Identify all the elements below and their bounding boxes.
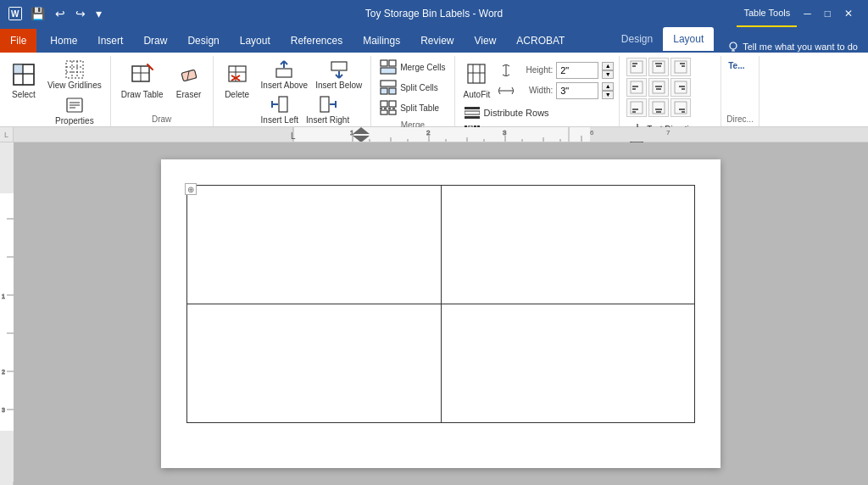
svg-rect-38 xyxy=(279,97,287,112)
split-cells-label: Split Cells xyxy=(400,83,437,92)
align-top-right[interactable] xyxy=(670,58,691,76)
eraser-label: Eraser xyxy=(176,90,201,99)
tab-mailings[interactable]: Mailings xyxy=(353,29,410,53)
undo-btn[interactable]: ↩ xyxy=(52,5,69,22)
distribute-rows-button[interactable]: Distribute Rows xyxy=(460,104,566,121)
insert-right-button[interactable]: Insert Right xyxy=(303,92,353,126)
align-middle-center[interactable] xyxy=(648,78,669,97)
align-top-left[interactable] xyxy=(626,58,647,76)
save-btn[interactable]: 💾 xyxy=(27,5,48,22)
tab-table-design[interactable]: Design xyxy=(611,27,663,51)
minimize-btn[interactable]: ─ xyxy=(797,0,818,27)
table-cell-2-2[interactable] xyxy=(441,304,695,423)
tab-review[interactable]: Review xyxy=(410,29,464,53)
distribute-rows-icon xyxy=(464,106,481,120)
align-bottom-left[interactable] xyxy=(626,98,647,117)
height-spinner[interactable]: ▲ ▼ xyxy=(602,62,614,79)
svg-rect-44 xyxy=(381,60,387,66)
table-cell-2-1[interactable] xyxy=(187,304,442,423)
tell-me-label: Tell me what you want to do xyxy=(743,42,858,52)
svg-rect-55 xyxy=(468,64,485,83)
tab-acrobat[interactable]: ACROBAT xyxy=(506,29,575,53)
svg-rect-79 xyxy=(631,61,643,73)
properties-icon xyxy=(64,95,85,115)
insert-above-button[interactable]: Insert Above xyxy=(258,58,312,92)
svg-rect-45 xyxy=(389,60,396,66)
merge-cells-icon xyxy=(380,59,397,75)
merge-group-content: Merge Cells Split Cells Split Table xyxy=(376,56,448,119)
split-table-label: Split Table xyxy=(400,103,439,113)
insert-left-label: Insert Left xyxy=(261,115,298,125)
autofit-button[interactable]: AutoFit xyxy=(460,59,494,101)
quick-access-toolbar: 💾 ↩ ↪ ▾ xyxy=(27,5,105,22)
draw-table-button[interactable]: Draw Table xyxy=(116,58,169,103)
svg-rect-6 xyxy=(14,64,23,74)
svg-rect-49 xyxy=(389,88,396,94)
width-up[interactable]: ▲ xyxy=(602,82,614,91)
tab-view[interactable]: View xyxy=(465,29,507,53)
split-table-button[interactable]: Split Table xyxy=(376,98,448,117)
tab-design[interactable]: Design xyxy=(177,29,229,53)
table-group: Select View Gridlines Properties Table xyxy=(0,56,111,126)
svg-line-68 xyxy=(498,87,500,91)
redo-btn[interactable]: ↪ xyxy=(72,5,89,22)
svg-line-65 xyxy=(506,75,509,76)
split-cells-button[interactable]: Split Cells xyxy=(376,78,448,97)
align-bottom-center[interactable] xyxy=(648,98,669,117)
document-page: ⊕ xyxy=(161,159,721,468)
split-table-icon xyxy=(380,100,397,115)
tab-draw[interactable]: Draw xyxy=(133,29,177,53)
select-button[interactable]: Select xyxy=(5,58,42,103)
draw-table-label: Draw Table xyxy=(121,90,164,99)
height-down[interactable]: ▼ xyxy=(602,70,614,79)
delete-button[interactable]: Delete xyxy=(219,58,256,103)
width-spinner[interactable]: ▲ ▼ xyxy=(602,82,614,99)
merge-cells-button[interactable]: Merge Cells xyxy=(376,58,448,76)
tab-layout[interactable]: Layout xyxy=(230,29,281,53)
ruler-svg: 1 2 3 L 6 7 xyxy=(14,127,868,142)
delete-icon xyxy=(224,61,251,88)
view-gridlines-button[interactable]: View Gridlines xyxy=(44,58,105,92)
eraser-button[interactable]: Eraser xyxy=(170,58,208,103)
align-middle-right[interactable] xyxy=(670,78,691,97)
width-down[interactable]: ▼ xyxy=(602,91,614,99)
tab-home[interactable]: Home xyxy=(40,29,87,53)
svg-line-69 xyxy=(498,91,500,94)
insert-above-label: Insert Above xyxy=(261,81,309,90)
svg-rect-30 xyxy=(276,69,292,77)
autofit-label: AutoFit xyxy=(464,90,491,99)
properties-button[interactable]: Properties xyxy=(52,93,97,127)
tell-me-area[interactable]: Tell me what you want to do xyxy=(717,41,868,53)
width-input[interactable]: 3" xyxy=(556,82,598,99)
table-move-handle[interactable]: ⊕ xyxy=(185,183,197,195)
draw-group-label: Draw xyxy=(116,113,208,126)
tab-file[interactable]: File xyxy=(0,29,36,53)
ruler-area: L 1 2 3 xyxy=(0,127,868,142)
svg-rect-94 xyxy=(675,81,687,93)
svg-rect-48 xyxy=(381,88,387,94)
height-input[interactable]: 2" xyxy=(556,62,598,79)
table-cell-1-2[interactable] xyxy=(441,186,695,304)
tab-insert[interactable]: Insert xyxy=(87,29,133,53)
align-middle-left[interactable] xyxy=(626,78,647,97)
ruler-corner[interactable]: L xyxy=(0,127,14,142)
align-bottom-right[interactable] xyxy=(670,98,691,117)
customize-btn[interactable]: ▾ xyxy=(92,5,105,22)
insert-left-button[interactable]: Insert Left xyxy=(258,92,302,126)
table-cell-1-1[interactable] xyxy=(187,186,442,304)
tab-table-layout[interactable]: Layout xyxy=(663,27,714,51)
tab-references[interactable]: References xyxy=(281,29,353,53)
horizontal-ruler: 1 2 3 L 6 7 xyxy=(14,127,868,142)
insert-below-button[interactable]: Insert Below xyxy=(312,58,365,92)
width-row: Width: 3" ▲ ▼ xyxy=(498,82,614,99)
svg-text:3: 3 xyxy=(503,129,507,137)
align-row-2 xyxy=(626,78,691,97)
align-top-center[interactable] xyxy=(648,58,669,76)
maximize-btn[interactable]: □ xyxy=(818,0,837,27)
close-btn[interactable]: ✕ xyxy=(837,0,860,27)
svg-text:6: 6 xyxy=(590,129,594,137)
draw-group-content: Draw Table Eraser xyxy=(116,56,208,113)
split-cells-icon xyxy=(380,80,397,95)
table-group-content: Select View Gridlines Properties xyxy=(5,56,105,129)
height-up[interactable]: ▲ xyxy=(602,62,614,70)
